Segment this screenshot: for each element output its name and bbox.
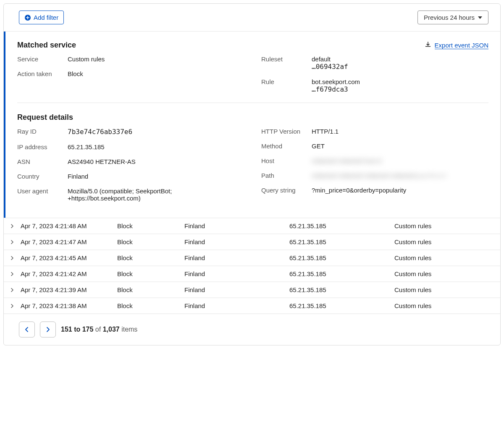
row-ip: 65.21.35.185 xyxy=(289,286,394,293)
row-service: Custom rules xyxy=(394,254,500,261)
table-row[interactable]: Apr 7, 2023 4:21:38 AMBlockFinland65.21.… xyxy=(4,298,500,314)
chevron-left-icon xyxy=(24,327,30,332)
download-icon xyxy=(425,41,431,49)
method-label: Method xyxy=(261,142,308,150)
path-label: Path xyxy=(261,172,308,179)
host-label: Host xyxy=(261,157,308,164)
pagination-range: 151 to 175 xyxy=(61,326,93,333)
toolbar: Add filter Previous 24 hours xyxy=(4,4,500,32)
row-country: Finland xyxy=(184,286,289,293)
row-ip: 65.21.35.185 xyxy=(289,254,394,261)
chevron-right-icon xyxy=(4,271,21,277)
row-action: Block xyxy=(117,286,184,293)
row-time: Apr 7, 2023 4:21:38 AM xyxy=(21,302,117,309)
row-time: Apr 7, 2023 4:21:48 AM xyxy=(21,222,117,229)
row-service: Custom rules xyxy=(394,238,500,245)
section-divider xyxy=(17,103,488,103)
action-taken-label: Action taken xyxy=(17,70,64,77)
export-json-label: Export event JSON xyxy=(435,42,488,49)
ruleset-id: …069432af xyxy=(312,63,488,71)
http-version-label: HTTP Version xyxy=(261,128,308,135)
caret-down-icon xyxy=(478,16,482,19)
pagination-total: 1,037 xyxy=(103,326,120,333)
path-value: redacted redacted redacted redacted p a … xyxy=(312,172,488,179)
row-service: Custom rules xyxy=(394,222,500,229)
add-filter-button[interactable]: Add filter xyxy=(19,11,64,24)
ruleset-label: Ruleset xyxy=(261,55,308,63)
matched-service-title: Matched service xyxy=(17,41,76,50)
rule-value: bot.seekport.com …f679dca3 xyxy=(312,78,488,93)
row-ip: 65.21.35.185 xyxy=(289,302,394,309)
table-row[interactable]: Apr 7, 2023 4:21:48 AMBlockFinland65.21.… xyxy=(4,218,500,234)
row-ip: 65.21.35.185 xyxy=(289,238,394,245)
rule-name: bot.seekport.com xyxy=(312,78,488,85)
row-country: Finland xyxy=(184,302,289,309)
ip-address-label: IP address xyxy=(17,143,64,150)
row-action: Block xyxy=(117,254,184,261)
chevron-right-icon xyxy=(4,287,21,293)
pagination-text: 151 to 175 of 1,037 items xyxy=(61,326,137,333)
pagination: 151 to 175 of 1,037 items xyxy=(4,314,500,345)
asn-value: AS24940 HETZNER-AS xyxy=(68,158,244,165)
country-label: Country xyxy=(17,173,64,180)
row-service: Custom rules xyxy=(394,270,500,277)
query-string-label: Query string xyxy=(261,187,308,194)
row-action: Block xyxy=(117,270,184,277)
row-time: Apr 7, 2023 4:21:47 AM xyxy=(21,238,117,245)
add-filter-label: Add filter xyxy=(34,14,58,21)
action-taken-value: Block xyxy=(68,70,244,77)
host-value: redacted redacted host d xyxy=(312,157,488,164)
next-page-button[interactable] xyxy=(40,322,56,337)
row-country: Finland xyxy=(184,270,289,277)
chevron-right-icon xyxy=(45,327,51,332)
row-service: Custom rules xyxy=(394,302,500,309)
prev-page-button[interactable] xyxy=(19,322,35,337)
export-json-link[interactable]: Export event JSON xyxy=(435,42,488,49)
ruleset-name: default xyxy=(312,55,488,63)
table-row[interactable]: Apr 7, 2023 4:21:39 AMBlockFinland65.21.… xyxy=(4,282,500,298)
country-value: Finland xyxy=(68,173,244,180)
ruleset-value: default …069432af xyxy=(312,55,488,71)
ray-id-label: Ray ID xyxy=(17,128,64,135)
timerange-label: Previous 24 hours xyxy=(424,14,475,21)
matched-service-section: Matched service Export event JSON xyxy=(17,32,488,101)
row-action: Block xyxy=(117,222,184,229)
chevron-right-icon xyxy=(4,303,21,308)
rule-label: Rule xyxy=(261,78,308,85)
row-ip: 65.21.35.185 xyxy=(289,270,394,277)
event-detail-panel: Matched service Export event JSON xyxy=(4,32,500,218)
request-details-section: Request details Ray ID 7b3e74c76ab337e6 … xyxy=(17,104,488,209)
query-string-value: ?min_price=0&orderby=popularity xyxy=(312,187,488,194)
http-version-value: HTTP/1.1 xyxy=(312,128,488,135)
row-country: Finland xyxy=(184,238,289,245)
table-row[interactable]: Apr 7, 2023 4:21:45 AMBlockFinland65.21.… xyxy=(4,250,500,266)
chevron-right-icon xyxy=(4,224,21,229)
row-country: Finland xyxy=(184,222,289,229)
row-action: Block xyxy=(117,238,184,245)
service-label: Service xyxy=(17,55,64,63)
events-table: Apr 7, 2023 4:21:48 AMBlockFinland65.21.… xyxy=(4,218,500,314)
row-time: Apr 7, 2023 4:21:39 AM xyxy=(21,286,117,293)
user-agent-label: User agent xyxy=(17,187,64,195)
row-time: Apr 7, 2023 4:21:42 AM xyxy=(21,270,117,277)
rule-id: …f679dca3 xyxy=(312,85,488,93)
plus-circle-icon xyxy=(24,14,31,21)
pagination-of: of xyxy=(95,326,101,333)
row-action: Block xyxy=(117,302,184,309)
service-value: Custom rules xyxy=(68,55,244,63)
chevron-right-icon xyxy=(4,256,21,261)
table-row[interactable]: Apr 7, 2023 4:21:42 AMBlockFinland65.21.… xyxy=(4,266,500,282)
row-service: Custom rules xyxy=(394,286,500,293)
method-value: GET xyxy=(312,142,488,150)
user-agent-value: Mozilla/5.0 (compatible; SeekportBot; +h… xyxy=(68,187,244,202)
row-country: Finland xyxy=(184,254,289,261)
table-row[interactable]: Apr 7, 2023 4:21:47 AMBlockFinland65.21.… xyxy=(4,234,500,250)
ip-address-value: 65.21.35.185 xyxy=(68,143,244,150)
row-time: Apr 7, 2023 4:21:45 AM xyxy=(21,254,117,261)
pagination-items: items xyxy=(121,326,137,333)
asn-label: ASN xyxy=(17,158,64,165)
request-details-title: Request details xyxy=(17,113,73,122)
ray-id-value: 7b3e74c76ab337e6 xyxy=(68,128,244,136)
row-ip: 65.21.35.185 xyxy=(289,222,394,229)
timerange-button[interactable]: Previous 24 hours xyxy=(417,11,488,24)
